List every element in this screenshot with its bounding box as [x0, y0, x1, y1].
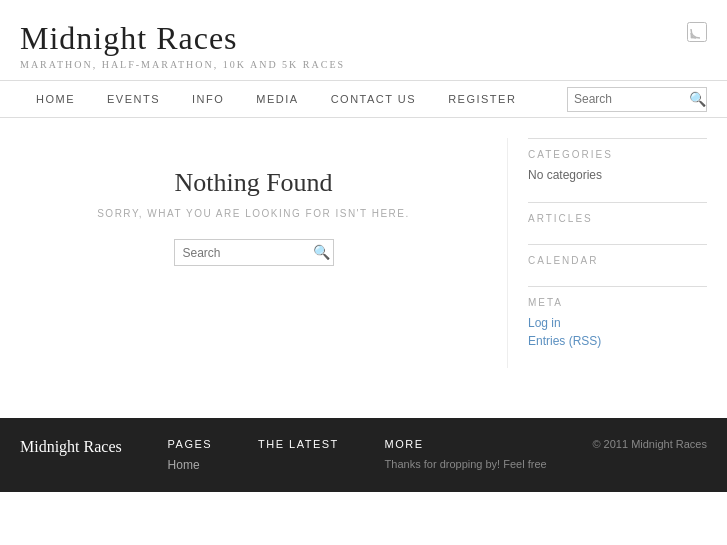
main-search-box: 🔍	[174, 239, 334, 266]
main-search-input[interactable]	[183, 246, 313, 260]
sidebar-calendar-section: CALENDAR	[528, 244, 707, 266]
nav-item-register[interactable]: REGISTER	[432, 81, 532, 117]
footer-latest-col: THE LATEST	[258, 438, 339, 458]
nav-item-events[interactable]: EVENTS	[91, 81, 176, 117]
footer-pages-title: PAGES	[168, 438, 213, 450]
footer-brand: Midnight Races	[20, 438, 122, 456]
footer-copyright: © 2011 Midnight Races	[592, 438, 707, 450]
nothing-found-subtitle: SORRY, WHAT YOU ARE LOOKING FOR ISN'T HE…	[40, 208, 467, 219]
sidebar-meta-title: META	[528, 297, 707, 308]
sidebar-calendar-title: CALENDAR	[528, 255, 707, 266]
svg-rect-0	[688, 23, 707, 42]
sidebar-categories-section: CATEGORIES No categories	[528, 138, 707, 182]
footer-home-link[interactable]: Home	[168, 458, 213, 472]
site-subtitle: MARATHON, HALF-MARATHON, 10K AND 5K RACE…	[20, 59, 707, 70]
site-header: Midnight Races MARATHON, HALF-MARATHON, …	[0, 0, 727, 81]
footer-more-title: MORE	[385, 438, 547, 450]
nav-search-input[interactable]	[574, 92, 689, 106]
sidebar-login-link[interactable]: Log in	[528, 316, 707, 330]
nav-search-button[interactable]: 🔍	[689, 91, 706, 108]
content-wrapper: Nothing Found SORRY, WHAT YOU ARE LOOKIN…	[0, 118, 727, 388]
sidebar-meta-section: META Log in Entries (RSS)	[528, 286, 707, 348]
main-search-button[interactable]: 🔍	[313, 244, 330, 261]
sidebar-rss-link[interactable]: Entries (RSS)	[528, 334, 707, 348]
rss-icon[interactable]	[687, 22, 707, 42]
nav-item-contact[interactable]: CONTACT US	[315, 81, 433, 117]
nav-search-box: 🔍	[567, 87, 707, 112]
sidebar-articles-title: ARTICLES	[528, 213, 707, 224]
nav-item-info[interactable]: INFO	[176, 81, 240, 117]
sidebar: CATEGORIES No categories ARTICLES CALEND…	[507, 138, 707, 368]
footer-tagline: Thanks for dropping by! Feel free	[385, 458, 547, 470]
nav-links: HOME EVENTS INFO MEDIA CONTACT US REGIST…	[20, 81, 532, 117]
footer-pages-col: PAGES Home	[168, 438, 213, 472]
sidebar-categories-title: CATEGORIES	[528, 149, 707, 160]
footer-more-col: MORE Thanks for dropping by! Feel free	[385, 438, 547, 470]
nothing-found-title: Nothing Found	[40, 168, 467, 198]
sidebar-articles-section: ARTICLES	[528, 202, 707, 224]
footer: Midnight Races PAGES Home THE LATEST MOR…	[0, 418, 727, 492]
footer-latest-title: THE LATEST	[258, 438, 339, 450]
nav-bar: HOME EVENTS INFO MEDIA CONTACT US REGIST…	[0, 81, 727, 118]
nav-item-home[interactable]: HOME	[20, 81, 91, 117]
main-content: Nothing Found SORRY, WHAT YOU ARE LOOKIN…	[20, 138, 487, 368]
nav-item-media[interactable]: MEDIA	[240, 81, 314, 117]
sidebar-no-categories: No categories	[528, 168, 707, 182]
site-title: Midnight Races	[20, 20, 707, 57]
